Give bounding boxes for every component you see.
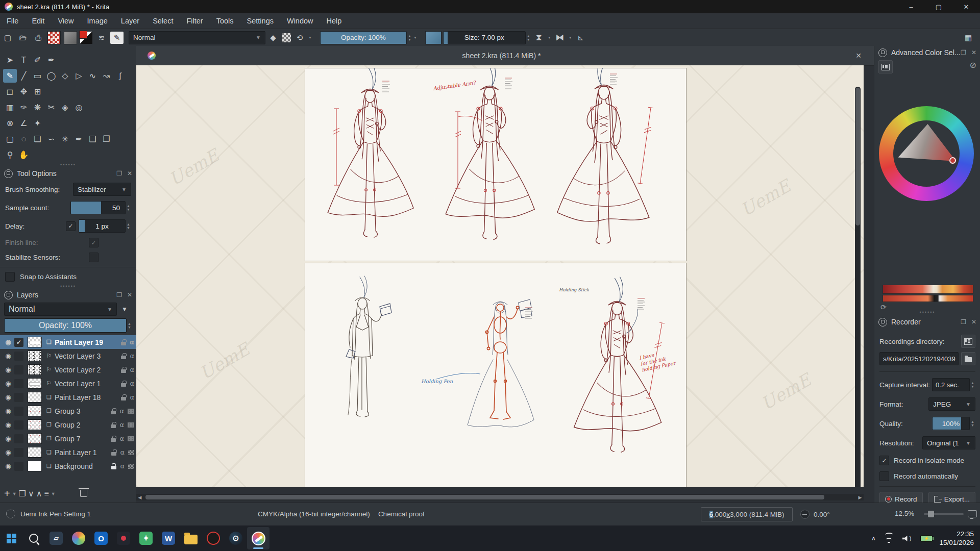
tool-rectangle-icon[interactable]: ▭: [31, 69, 44, 83]
layer-row-paint-1[interactable]: ◉ ❏ Paint Layer 1 α: [0, 445, 136, 459]
unlocked-icon[interactable]: [121, 369, 126, 373]
visibility-eye-icon[interactable]: ◉: [2, 338, 14, 346]
tool-polygon-icon[interactable]: ◇: [58, 69, 72, 83]
volume-icon[interactable]: ): [902, 535, 912, 541]
sample-count-spinner[interactable]: ▲▼: [127, 204, 130, 211]
taskbar-file-explorer[interactable]: [180, 527, 202, 549]
stabilize-sensors-checkbox[interactable]: [89, 253, 99, 262]
alpha-icon[interactable]: α: [120, 462, 125, 470]
layer-filter-icon[interactable]: ▼: [118, 303, 131, 315]
battery-icon[interactable]: ⚡: [920, 535, 933, 542]
tool-color-picker-icon[interactable]: ✑: [17, 101, 31, 114]
docker-grip[interactable]: ••••••: [0, 163, 136, 167]
sample-count-slider[interactable]: 50: [70, 201, 126, 214]
layer-row-group-7[interactable]: ◉ ❐ Group 7 α: [0, 432, 136, 445]
unlocked-icon[interactable]: [111, 452, 116, 456]
vertical-scrollbar-thumb[interactable]: [855, 88, 860, 226]
quality-slider[interactable]: 100%: [932, 417, 970, 430]
unlocked-icon[interactable]: [121, 342, 126, 345]
docker-grip[interactable]: ••••••: [0, 284, 136, 288]
tool-freehand-brush-icon[interactable]: ✎: [3, 69, 17, 83]
inherit-alpha-icon[interactable]: [128, 464, 134, 469]
visibility-eye-icon[interactable]: ◉: [2, 393, 14, 401]
horizontal-mirror-dropdown-icon[interactable]: ▼: [569, 36, 572, 39]
quality-spinner[interactable]: ▲▼: [971, 420, 974, 427]
menu-settings[interactable]: Settings: [240, 13, 280, 29]
start-button[interactable]: [0, 527, 22, 549]
layer-checkbox[interactable]: [14, 379, 23, 388]
visibility-eye-icon[interactable]: ◉: [2, 435, 14, 442]
layer-checkbox[interactable]: [14, 434, 23, 443]
alpha-icon[interactable]: α: [120, 448, 125, 456]
unlocked-icon[interactable]: [111, 411, 116, 414]
gamut-strip[interactable]: [883, 295, 973, 302]
taskbar-app-explorer-dark[interactable]: ▱: [45, 527, 67, 549]
properties-dropdown-icon[interactable]: ▼: [51, 491, 56, 496]
visibility-eye-icon[interactable]: ◉: [2, 352, 14, 360]
visibility-eye-icon[interactable]: ◉: [2, 366, 14, 373]
color-selector-settings-button[interactable]: [878, 60, 893, 73]
record-isolate-checkbox[interactable]: ✓: [879, 456, 889, 465]
close-docker-icon[interactable]: ✕: [971, 49, 976, 56]
wifi-icon[interactable]: [885, 533, 893, 544]
brush-preset-icon[interactable]: [6, 509, 15, 518]
delay-spinner[interactable]: ▲▼: [127, 222, 130, 230]
layer-checkbox[interactable]: [14, 407, 23, 416]
tool-freehand-path-icon[interactable]: ↝: [100, 69, 113, 83]
float-docker-icon[interactable]: ❐: [116, 170, 122, 177]
opacity-spinner[interactable]: ▲▼: [408, 34, 411, 41]
float-docker-icon[interactable]: ❐: [961, 49, 966, 56]
horizontal-scrollbar-thumb[interactable]: [145, 495, 824, 499]
tool-smart-patch-icon[interactable]: ❋: [31, 101, 44, 114]
delay-checkbox[interactable]: ✓: [66, 221, 76, 231]
tool-fill-icon[interactable]: ◈: [58, 101, 72, 114]
canvas-viewport[interactable]: UemE UemE UemE UemE UemE UemE: [136, 65, 864, 487]
no-color-icon[interactable]: ⊘: [970, 60, 976, 73]
taskbar-clock[interactable]: 22:35 15/01/2026: [939, 530, 974, 547]
proofing-label[interactable]: Chemical proof: [378, 510, 425, 518]
preserve-alpha-icon[interactable]: [282, 33, 291, 42]
delete-layer-button[interactable]: [80, 490, 87, 497]
locked-icon[interactable]: [111, 466, 116, 469]
tool-dynamic-brush-icon[interactable]: ∫: [113, 69, 127, 83]
layer-opacity-slider[interactable]: Opacity: 100%: [4, 318, 127, 333]
visibility-eye-icon[interactable]: ◉: [2, 421, 14, 429]
format-select[interactable]: JPEG ▼: [928, 397, 975, 411]
layer-name[interactable]: Paint Layer 18: [55, 393, 101, 402]
opacity-slider[interactable]: Opacity: 100%: [320, 31, 407, 44]
layer-name[interactable]: Vector Layer 2: [55, 366, 101, 374]
alpha-icon[interactable]: α: [130, 393, 134, 401]
taskbar-app-krita-active[interactable]: [247, 527, 270, 549]
maximize-button[interactable]: ▢: [925, 0, 952, 13]
brush-smoothing-select[interactable]: Stabilizer ▼: [73, 183, 131, 196]
vertical-mirror-dropdown-icon[interactable]: ▼: [548, 36, 551, 39]
layer-checkbox[interactable]: [14, 365, 23, 374]
tool-zoom-icon[interactable]: ⚲: [3, 148, 17, 162]
brush-presets-icon[interactable]: ≋: [95, 32, 108, 44]
zoom-slider[interactable]: [924, 513, 964, 515]
tool-edit-shapes-icon[interactable]: ✐: [31, 53, 44, 67]
tool-text-icon[interactable]: T: [17, 53, 31, 67]
layer-checkbox[interactable]: [14, 462, 23, 471]
taskbar-app-steam[interactable]: ⊙: [225, 527, 247, 549]
document-close-icon[interactable]: ✕: [843, 52, 874, 60]
layer-name[interactable]: Vector Layer 3: [55, 352, 101, 360]
layer-name[interactable]: Background: [55, 462, 93, 470]
scroll-right-icon[interactable]: ▶: [856, 495, 864, 500]
colorspace-label[interactable]: CMYK/Alpha (16-bit integer/channel): [258, 510, 370, 518]
unlocked-icon[interactable]: [111, 438, 116, 442]
inherit-alpha-icon[interactable]: [128, 450, 134, 455]
taskbar-app-opera[interactable]: [202, 527, 225, 549]
layer-row-group-2[interactable]: ◉ ❐ Group 2 α: [0, 418, 136, 432]
lock-docker-icon[interactable]: [4, 291, 13, 299]
brush-editor-icon[interactable]: ✎: [110, 32, 124, 44]
layer-checkbox[interactable]: [14, 448, 23, 457]
menu-filter[interactable]: Filter: [180, 13, 209, 29]
visibility-eye-icon[interactable]: ◉: [2, 407, 14, 415]
vertical-scrollbar[interactable]: [855, 87, 861, 487]
menu-view[interactable]: View: [51, 13, 80, 29]
layer-row-group-3[interactable]: ◉ ❐ Group 3 α: [0, 404, 136, 418]
add-layer-button[interactable]: +: [4, 488, 10, 499]
menu-file[interactable]: File: [0, 13, 25, 29]
save-icon[interactable]: ⎙: [32, 32, 45, 44]
